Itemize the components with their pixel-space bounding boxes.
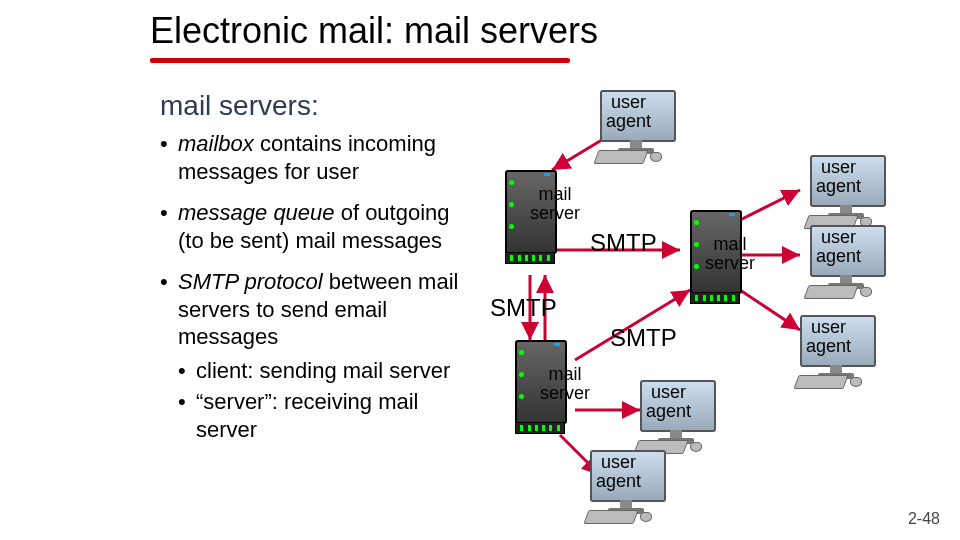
svg-line-2	[740, 190, 800, 220]
svg-line-4	[740, 290, 800, 330]
label-smtp: SMTP	[590, 230, 657, 255]
label-mail-server: mailserver	[540, 365, 590, 403]
bullet-list: mailbox contains incoming messages for u…	[160, 130, 480, 457]
label-user-agent: useragent	[816, 158, 861, 196]
label-smtp: SMTP	[610, 325, 677, 350]
term-smtp: SMTP protocol	[178, 269, 323, 294]
bullet-mailbox: mailbox contains incoming messages for u…	[160, 130, 480, 185]
label-user-agent: useragent	[596, 453, 641, 491]
bullet-smtp-client: client: sending mail server	[178, 357, 480, 385]
label-user-agent: useragent	[806, 318, 851, 356]
label-user-agent: useragent	[606, 93, 651, 131]
diagram: mailserver mailserver mailserver userage…	[480, 80, 940, 500]
term-message-queue: message queue	[178, 200, 335, 225]
bullet-message-queue: message queue of outgoing (to be sent) m…	[160, 199, 480, 254]
label-smtp: SMTP	[490, 295, 557, 320]
bullet-smtp: SMTP protocol between mail servers to se…	[160, 268, 480, 443]
title-underline	[150, 58, 570, 63]
page-number: 2-48	[908, 510, 940, 528]
label-mail-server: mailserver	[705, 235, 755, 273]
slide-title: Electronic mail: mail servers	[150, 10, 598, 52]
label-mail-server: mailserver	[530, 185, 580, 223]
bullet-smtp-server: “server”: receiving mail server	[178, 388, 480, 443]
slide: Electronic mail: mail servers mail serve…	[0, 0, 960, 540]
subtitle: mail servers:	[160, 90, 319, 122]
label-user-agent: useragent	[646, 383, 691, 421]
term-mailbox: mailbox	[178, 131, 254, 156]
label-user-agent: useragent	[816, 228, 861, 266]
